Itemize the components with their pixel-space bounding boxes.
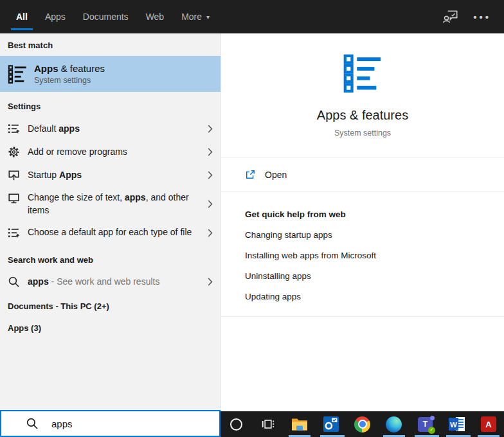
tab-more[interactable]: More ▾ (181, 0, 210, 33)
taskbar-teams-button[interactable]: T ✓ (410, 411, 441, 437)
result-choose-default-app[interactable]: Choose a default app for each type of fi… (0, 221, 221, 244)
chevron-right-icon (208, 278, 213, 286)
quick-help-section: Get quick help from web Changing startup… (221, 192, 504, 301)
result-label: Choose a default app for each type of fi… (28, 226, 208, 238)
open-action[interactable]: Open (221, 157, 504, 192)
word-icon: W (449, 416, 465, 432)
filter-tabs: All Apps Documents Web More ▾ (16, 0, 227, 33)
result-label: apps - See work and web results (28, 275, 208, 288)
tab-web[interactable]: Web (146, 0, 165, 33)
result-add-remove-programs[interactable]: Add or remove programs (0, 140, 221, 163)
help-link-changing-startup-apps[interactable]: Changing startup apps (245, 230, 504, 240)
chevron-right-icon (208, 125, 213, 133)
apps-group-header[interactable]: Apps (3) (0, 323, 221, 333)
help-link-installing-web-apps[interactable]: Installing web apps from Microsoft (245, 251, 504, 260)
results-panel: Best match Apps & features System settin… (0, 33, 221, 437)
teams-letter: T (423, 420, 428, 429)
result-label: Add or remove programs (28, 145, 208, 158)
preview-subtitle: System settings (221, 129, 504, 138)
chevron-right-icon (208, 200, 213, 208)
taskbar-chrome-button[interactable] (346, 411, 378, 437)
documents-group-header[interactable]: Documents - This PC (2+) (0, 301, 221, 311)
result-default-apps[interactable]: Default apps (0, 117, 221, 140)
taskbar-outlook-button[interactable] (315, 411, 346, 437)
task-view-icon (261, 417, 275, 431)
cortana-icon (230, 418, 242, 431)
quick-help-header: Get quick help from web (245, 210, 504, 219)
tab-documents[interactable]: Documents (83, 0, 129, 33)
default-apps-icon (8, 123, 20, 135)
tab-documents-label: Documents (83, 12, 129, 22)
taskbar-task-view-button[interactable] (252, 411, 284, 437)
taskbar-edge-button[interactable] (378, 411, 410, 437)
search-box[interactable] (0, 410, 221, 437)
preview-hero: Apps & features System settings (221, 33, 504, 138)
best-match-result[interactable]: Apps & features System settings (0, 56, 221, 92)
preview-title: Apps & features (221, 108, 504, 123)
more-options-icon[interactable]: ••• (473, 12, 491, 22)
best-match-title: Apps & features (34, 63, 105, 74)
display-icon (8, 192, 20, 204)
file-explorer-icon (291, 417, 308, 431)
open-label: Open (265, 170, 287, 180)
edge-icon (386, 416, 402, 433)
result-web-search[interactable]: apps - See work and web results (0, 270, 221, 293)
search-filter-bar: All Apps Documents Web More ▾ ••• (0, 0, 504, 33)
tab-all[interactable]: All (16, 0, 28, 33)
result-change-size[interactable]: Change the size of text, apps, and other… (0, 186, 221, 221)
windows-search-flyout: All Apps Documents Web More ▾ ••• Best m… (0, 0, 504, 437)
gear-icon (8, 146, 20, 158)
open-icon (245, 169, 256, 180)
active-tab-underline (11, 28, 33, 30)
best-match-subtitle: System settings (34, 76, 105, 85)
taskbar-cortana-button[interactable] (221, 411, 252, 437)
result-startup-apps[interactable]: Startup Apps (0, 163, 221, 186)
feedback-icon[interactable] (442, 8, 459, 25)
tab-all-label: All (16, 12, 28, 22)
result-label: Startup Apps (28, 168, 208, 181)
apps-features-icon (343, 53, 382, 93)
chevron-right-icon (208, 148, 213, 156)
result-label: Default apps (28, 122, 208, 135)
settings-header: Settings (0, 102, 221, 111)
help-link-uninstalling-apps[interactable]: Uninstalling apps (245, 271, 504, 281)
preview-panel: Apps & features System settings Open Get… (221, 33, 504, 411)
taskbar-file-explorer-button[interactable] (284, 411, 315, 437)
section-divider (221, 316, 504, 317)
svg-text:W: W (450, 421, 457, 429)
teams-available-check: ✓ (428, 427, 435, 434)
taskbar: T ✓ W (221, 411, 504, 437)
tab-web-label: Web (146, 12, 165, 22)
search-icon (8, 276, 20, 288)
teams-presence-dot (430, 416, 435, 420)
search-input[interactable] (51, 418, 219, 429)
taskbar-word-button[interactable]: W (441, 411, 473, 437)
best-match-header: Best match (0, 40, 221, 50)
web-search-header: Search work and web (0, 255, 221, 265)
tab-more-label: More (181, 12, 202, 22)
teams-icon: T ✓ (418, 417, 433, 432)
tab-apps[interactable]: Apps (45, 0, 66, 33)
help-link-updating-apps[interactable]: Updating apps (245, 292, 504, 301)
chrome-icon (354, 416, 370, 433)
chevron-right-icon (208, 229, 213, 237)
result-label: Change the size of text, apps, and other… (28, 191, 208, 217)
search-icon (26, 417, 39, 430)
acrobat-icon: A (481, 416, 496, 432)
default-apps-icon (8, 227, 20, 239)
taskbar-acrobat-button[interactable]: A (473, 411, 504, 437)
chevron-down-icon: ▾ (206, 13, 210, 21)
startup-apps-icon (8, 169, 20, 181)
outlook-icon (323, 416, 339, 432)
chevron-right-icon (208, 171, 213, 179)
tab-apps-label: Apps (45, 12, 66, 22)
apps-features-icon (8, 64, 27, 84)
svg-text:A: A (485, 420, 492, 429)
